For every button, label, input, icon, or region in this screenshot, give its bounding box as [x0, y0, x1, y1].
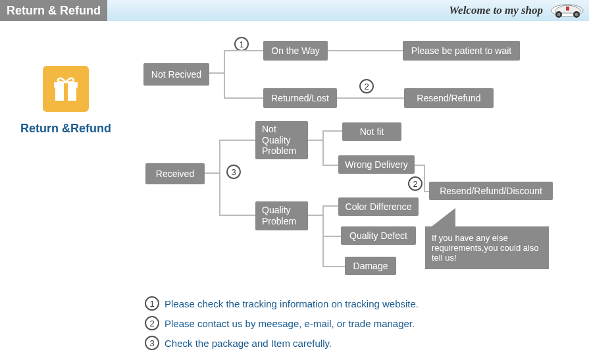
node-please-wait: Please be patient to wait [403, 41, 520, 61]
car-icon [550, 1, 586, 22]
header-bar: Return & Refund Welcome to my shop [0, 0, 589, 21]
step-marker-3: 3 [226, 165, 241, 179]
note-row-2: 2 Please contact us by meesage, e-mail, … [145, 316, 419, 330]
connector [205, 172, 219, 174]
node-resend-refund-discount: Resend/Refund/Discount [429, 182, 553, 200]
connector [308, 215, 322, 216]
node-quality-problem: Quality Problem [255, 201, 308, 230]
sidebar-title: Return &Refund [13, 122, 118, 136]
welcome-text: Welcome to my shop [449, 4, 543, 17]
connector [322, 130, 342, 132]
node-on-the-way: On the Way [263, 41, 328, 61]
header-right: Welcome to my shop [107, 0, 589, 21]
sidebar: Return &Refund [13, 66, 118, 136]
node-not-quality-problem: Not Quality Problem [255, 121, 308, 159]
footer-notes: 1 Please check the tracking information … [145, 296, 419, 355]
connector [308, 140, 322, 141]
connector [224, 97, 263, 99]
node-not-fit: Not fit [342, 122, 401, 141]
note-text-2: Please contact us by meesage, e-mail, or… [165, 318, 415, 329]
step-marker-2a: 2 [359, 79, 374, 93]
connector [219, 215, 255, 216]
step-marker-1: 1 [234, 37, 249, 51]
speech-text: If you have any else requirements,you co… [432, 233, 539, 263]
connector [424, 191, 429, 192]
connector [322, 165, 338, 166]
gift-icon [43, 66, 89, 112]
node-color-difference: Color Difference [338, 197, 419, 216]
connector [322, 130, 324, 165]
step-marker-2b: 2 [408, 176, 423, 191]
connector [224, 50, 225, 97]
connector [322, 266, 345, 267]
connector [415, 165, 424, 166]
svg-point-2 [557, 13, 561, 16]
connector [219, 140, 255, 141]
speech-bubble: If you have any else requirements,you co… [425, 226, 549, 269]
note-marker-2: 2 [145, 316, 159, 330]
node-not-received: Not Recived [143, 63, 209, 86]
node-returned-lost: Returned/Lost [263, 88, 337, 108]
header-title: Return & Refund [0, 0, 107, 21]
connector [337, 97, 404, 99]
node-damage: Damage [345, 257, 396, 275]
connector [219, 140, 220, 216]
svg-rect-7 [64, 82, 68, 101]
connector [322, 205, 338, 207]
connector [209, 72, 224, 74]
connector [322, 236, 341, 237]
connector [224, 50, 263, 51]
node-resend-refund: Resend/Refund [404, 88, 494, 108]
note-marker-1: 1 [145, 296, 159, 311]
note-row-3: 3 Check the package and Item carefully. [145, 336, 419, 350]
connector [424, 165, 425, 191]
svg-point-4 [575, 13, 578, 16]
node-wrong-delivery: Wrong Delivery [338, 155, 415, 174]
note-marker-3: 3 [145, 336, 159, 350]
node-quality-defect: Quality Defect [341, 226, 416, 245]
note-text-1: Please check the tracking information on… [165, 298, 419, 309]
note-text-3: Check the package and Item carefully. [165, 338, 332, 349]
node-received: Received [145, 163, 205, 184]
note-row-1: 1 Please check the tracking information … [145, 296, 419, 311]
connector [328, 50, 403, 51]
speech-tail-icon [432, 208, 455, 226]
